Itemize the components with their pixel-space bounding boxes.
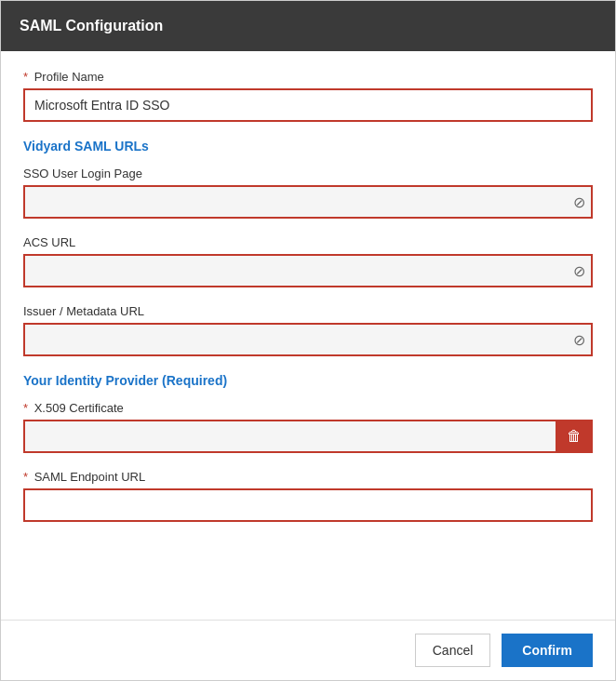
sso-login-input-wrapper: ⊘ (23, 185, 593, 219)
cert-required-star: * (23, 401, 28, 415)
acs-url-input-wrapper: ⊘ (23, 254, 593, 287)
modal-container: SAML Configuration * Profile Name Vidyar… (0, 0, 616, 681)
identity-provider-section: Your Identity Provider (Required) * X.50… (23, 373, 593, 522)
vidyard-saml-section: Vidyard SAML URLs SSO User Login Page ⊘ … (23, 139, 593, 356)
saml-endpoint-input[interactable] (23, 488, 593, 522)
certificate-input-wrapper: 🗑 (23, 420, 593, 453)
certificate-input[interactable] (23, 420, 556, 453)
modal-footer: Cancel Confirm (1, 620, 615, 680)
trash-icon: 🗑 (567, 428, 582, 445)
acs-url-group: ACS URL ⊘ (23, 235, 593, 287)
confirm-button[interactable]: Confirm (502, 634, 593, 667)
issuer-url-label: Issuer / Metadata URL (23, 304, 593, 318)
issuer-url-input[interactable] (23, 323, 593, 356)
certificate-group: * X.509 Certificate 🗑 (23, 401, 593, 453)
sso-login-group: SSO User Login Page ⊘ (23, 167, 593, 219)
modal-header: SAML Configuration (1, 1, 615, 51)
identity-section-heading: Your Identity Provider (Required) (23, 373, 593, 388)
profile-name-label: * Profile Name (23, 70, 593, 84)
issuer-url-input-wrapper: ⊘ (23, 323, 593, 356)
profile-name-group: * Profile Name (23, 70, 593, 122)
delete-certificate-button[interactable]: 🗑 (556, 420, 593, 453)
certificate-label: * X.509 Certificate (23, 401, 593, 415)
required-star: * (23, 70, 28, 84)
modal-body: * Profile Name Vidyard SAML URLs SSO Use… (1, 51, 615, 620)
saml-endpoint-label: * SAML Endpoint URL (23, 470, 593, 484)
saml-required-star: * (23, 470, 28, 484)
sso-login-input[interactable] (23, 185, 593, 219)
issuer-url-group: Issuer / Metadata URL ⊘ (23, 304, 593, 356)
profile-name-input[interactable] (23, 88, 593, 122)
acs-url-label: ACS URL (23, 235, 593, 249)
acs-url-input[interactable] (23, 254, 593, 287)
modal-title: SAML Configuration (20, 18, 163, 33)
cancel-button[interactable]: Cancel (415, 634, 491, 667)
saml-endpoint-group: * SAML Endpoint URL (23, 470, 593, 522)
sso-login-label: SSO User Login Page (23, 167, 593, 180)
vidyard-section-heading: Vidyard SAML URLs (23, 139, 593, 154)
